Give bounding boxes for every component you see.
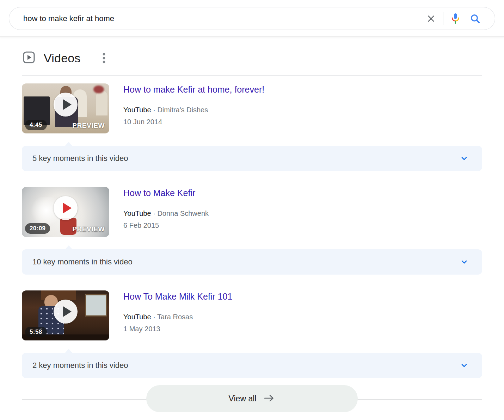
source-name: YouTube [123,106,151,114]
chevron-down-icon[interactable] [460,154,469,163]
video-info: How To Make Milk Kefir 101 YouTube · Tar… [109,290,232,340]
results-main: Videos 4:45 PREVIEW How to make Kefir at… [0,50,504,412]
channel-name: Donna Schwenk [157,209,209,217]
more-options-icon[interactable] [98,52,110,64]
video-thumbnail[interactable]: 4:45 PREVIEW [22,83,109,133]
duration-badge: 20:09 [25,223,50,234]
channel-name: Dimitra's Dishes [157,106,208,114]
thumbnail-art [85,294,107,316]
search-bar[interactable]: how to make kefir at home [9,7,495,30]
play-icon[interactable] [54,300,78,324]
view-all-label: View all [229,394,257,403]
play-icon[interactable] [54,93,78,117]
mic-icon[interactable] [445,11,465,26]
video-source: YouTube · Donna Schwenk [123,209,209,218]
view-all-button[interactable]: View all [146,385,358,412]
key-moments-label: 2 key moments in this video [22,361,128,370]
video-info: How to make Kefir at home, forever! YouT… [109,83,264,133]
video-date: 10 Jun 2014 [123,118,264,126]
search-icon[interactable] [465,11,485,26]
meta-separator: · [153,106,155,114]
thumbnail-art [51,187,109,192]
video-result: 20:09 PREVIEW How to Make Kefir YouTube … [22,187,482,237]
key-moments-notch [65,245,73,250]
search-header: how to make kefir at home [0,0,504,37]
duration-badge: 5:58 [25,327,47,337]
section-divider [22,75,482,76]
source-name: YouTube [123,313,151,321]
view-all-section: View all [22,385,482,412]
duration-badge: 4:45 [25,120,47,130]
video-date: 6 Feb 2015 [123,221,209,230]
thumbnail-art [96,90,107,115]
video-source: YouTube · Tara Rosas [123,313,232,321]
video-result: 5:58 How To Make Milk Kefir 101 YouTube … [22,290,482,340]
key-moments-bar[interactable]: 2 key moments in this video [22,353,482,378]
chevron-down-icon[interactable] [460,361,469,370]
arrow-right-icon [263,394,275,404]
meta-separator: · [153,313,155,321]
video-result: 4:45 PREVIEW How to make Kefir at home, … [22,83,482,133]
channel-name: Tara Rosas [157,313,193,321]
key-moments-label: 5 key moments in this video [22,154,128,163]
key-moments-notch [65,349,73,353]
search-bar-divider [443,12,443,25]
source-name: YouTube [123,209,151,217]
video-thumbnail[interactable]: 5:58 [22,290,109,340]
video-source: YouTube · Dimitra's Dishes [123,106,264,114]
videos-section-header: Videos [22,50,482,66]
preview-label: PREVIEW [72,122,105,130]
play-icon[interactable] [54,196,78,220]
video-title-link[interactable]: How To Make Milk Kefir 101 [123,291,232,302]
clear-icon[interactable] [421,11,441,26]
video-title-link[interactable]: How to Make Kefir [123,188,209,199]
preview-label: PREVIEW [72,225,105,233]
videos-icon [22,50,36,66]
video-thumbnail[interactable]: 20:09 PREVIEW [22,187,109,237]
video-title-link[interactable]: How to make Kefir at home, forever! [123,84,264,95]
key-moments-bar[interactable]: 10 key moments in this video [22,249,482,275]
chevron-down-icon[interactable] [460,257,469,267]
key-moments-notch [65,142,73,146]
search-input[interactable]: how to make kefir at home [9,14,421,23]
key-moments-label: 10 key moments in this video [22,257,133,267]
key-moments-bar[interactable]: 5 key moments in this video [22,146,482,171]
meta-separator: · [153,209,155,217]
section-title: Videos [44,51,81,65]
video-info: How to Make Kefir YouTube · Donna Schwen… [109,187,209,237]
video-date: 1 May 2013 [123,325,232,333]
search-bar-actions [421,11,495,26]
